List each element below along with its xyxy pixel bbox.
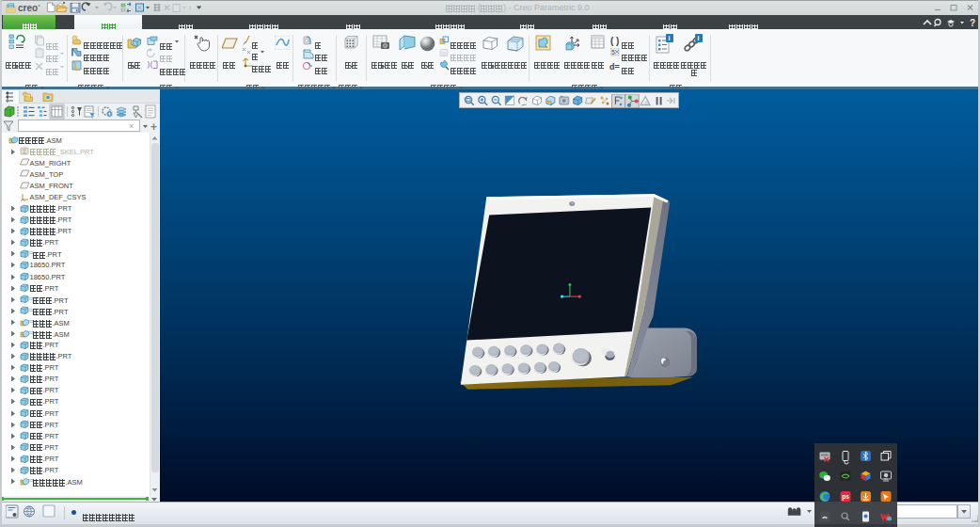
svg-text:?: ? [970, 18, 975, 28]
svg-text:ps: ps [842, 493, 849, 501]
svg-text:i: i [669, 35, 671, 41]
svg-text:i: i [698, 35, 700, 41]
svg-text:5: 5 [611, 49, 615, 56]
